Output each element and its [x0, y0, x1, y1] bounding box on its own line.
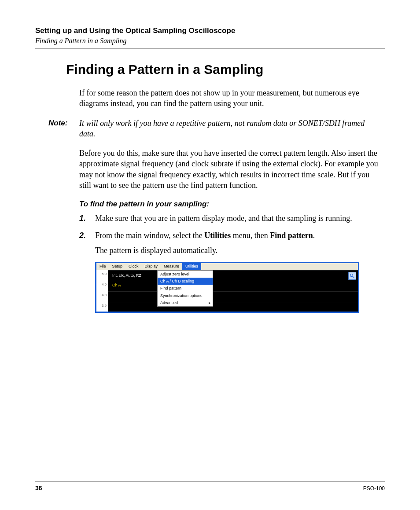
procedure-heading: To find the pattern in your sampling: — [79, 199, 380, 209]
y-axis: 5.0 4.5 4.0 3.5 — [96, 270, 108, 312]
dropdown-adjust-zero[interactable]: Adjust zero level — [158, 271, 213, 278]
y-tick: 3.5 — [102, 304, 107, 308]
menu-display[interactable]: Display — [142, 263, 161, 270]
utilities-dropdown: Adjust zero level Ch A / Ch B scaling Fi… — [157, 270, 213, 307]
menu-clock[interactable]: Clock — [125, 263, 142, 270]
page-title: Finding a Pattern in a Sampling — [66, 62, 385, 77]
dropdown-find-pattern[interactable]: Find pattern — [158, 285, 213, 292]
running-header-section: Finding a Pattern in a Sampling — [35, 37, 385, 45]
header-rule — [35, 48, 385, 49]
step-2-text-mid: menu, then — [231, 231, 270, 240]
step-2-text-pre: From the main window, select the — [95, 231, 204, 240]
page-number: 36 — [35, 484, 42, 492]
menubar: File Setup Clock Display Measure Utiliti… — [96, 263, 358, 271]
y-tick: 4.0 — [102, 293, 107, 298]
dropdown-advanced[interactable]: Advanced — [158, 299, 213, 306]
plot-channel-label: Ch A — [112, 283, 121, 288]
zoom-icon[interactable] — [348, 272, 356, 280]
menu-file[interactable]: File — [96, 263, 109, 270]
y-tick: 5.0 — [102, 272, 107, 277]
step-2-utilities: Utilities — [204, 231, 231, 240]
y-tick: 4.5 — [102, 283, 107, 287]
page-footer: 36 PSO-100 — [35, 481, 385, 492]
step-2-findpattern: Find pattern — [270, 231, 313, 240]
step-2: From the main window, select the Utiliti… — [79, 230, 380, 313]
magnifier-icon — [350, 273, 355, 279]
step-1: Make sure that you are in pattern displa… — [79, 213, 380, 224]
intro-paragraph: If for some reason the pattern does not … — [79, 88, 380, 109]
plot-status-label: Int. clk, Auto, RZ — [112, 273, 141, 278]
step-2-text-post: . — [313, 231, 315, 240]
before-paragraph: Before you do this, make sure that you h… — [79, 148, 380, 191]
embedded-screenshot: File Setup Clock Display Measure Utiliti… — [95, 262, 359, 313]
footer-rule — [35, 481, 385, 482]
model-number: PSO-100 — [363, 485, 385, 492]
svg-line-1 — [353, 276, 354, 278]
step-list: Make sure that you are in pattern displa… — [79, 213, 380, 313]
note-body: It will only work if you have a repetiti… — [79, 118, 380, 139]
menu-utilities[interactable]: Utilities — [182, 263, 201, 270]
note-label: Note: — [48, 118, 79, 128]
menu-setup[interactable]: Setup — [109, 263, 126, 270]
dropdown-sync-options[interactable]: Synchronization options — [158, 292, 213, 299]
plot-area: Int. clk, Auto, RZ Ch A — [108, 270, 358, 312]
plot-row: 5.0 4.5 4.0 3.5 Int. clk, Auto, RZ Ch A — [96, 270, 358, 312]
step-2-result: The pattern is displayed automatically. — [95, 245, 380, 256]
svg-point-0 — [350, 274, 353, 277]
menu-measure[interactable]: Measure — [161, 263, 182, 270]
running-header-chapter: Setting up and Using the Optical Samplin… — [35, 26, 385, 35]
dropdown-chab-scaling[interactable]: Ch A / Ch B scaling — [158, 278, 213, 285]
note-block: Note: It will only work if you have a re… — [48, 118, 380, 139]
